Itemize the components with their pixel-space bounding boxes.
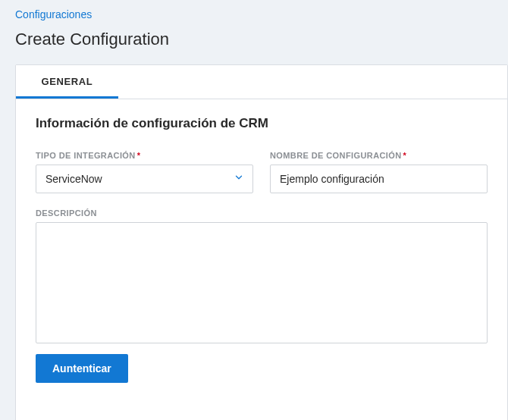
page-title: Create Configuration	[15, 30, 508, 49]
select-integration-type[interactable]	[36, 165, 253, 193]
textarea-description[interactable]	[36, 222, 488, 343]
section-title: Información de configuración de CRM	[36, 116, 488, 131]
authenticate-button[interactable]: Auntenticar	[36, 354, 128, 383]
label-config-name-text: NOMBRE DE CONFIGURACIÓN	[270, 151, 402, 160]
required-mark: *	[137, 151, 141, 160]
label-config-name: NOMBRE DE CONFIGURACIÓN*	[270, 151, 488, 160]
config-panel: GENERAL Información de configuración de …	[15, 64, 508, 420]
input-config-name[interactable]	[270, 165, 488, 193]
tab-bar: GENERAL	[16, 65, 507, 99]
field-config-name: NOMBRE DE CONFIGURACIÓN*	[270, 151, 488, 193]
required-mark: *	[403, 151, 407, 160]
label-description: DESCRIPCIÓN	[36, 208, 488, 218]
label-integration-type: TIPO DE INTEGRACIÓN*	[36, 151, 253, 160]
select-integration-type-wrap	[36, 165, 253, 193]
label-integration-type-text: TIPO DE INTEGRACIÓN	[36, 151, 136, 160]
tab-general[interactable]: GENERAL	[16, 65, 118, 99]
breadcrumb-configurations[interactable]: Configuraciones	[15, 8, 92, 20]
tab-content: Información de configuración de CRM TIPO…	[16, 99, 507, 400]
field-integration-type: TIPO DE INTEGRACIÓN*	[36, 151, 253, 193]
field-description: DESCRIPCIÓN	[36, 208, 488, 343]
